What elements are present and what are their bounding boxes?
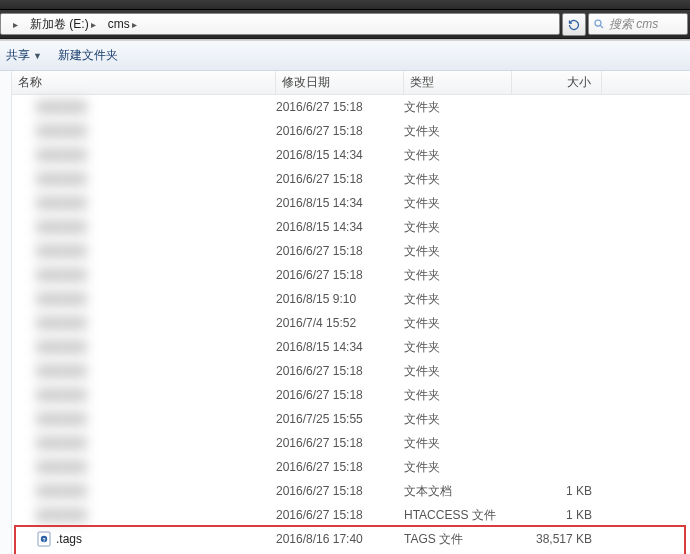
cell-name: ██████ <box>12 100 276 114</box>
cell-type: 文件夹 <box>404 219 512 236</box>
cell-date: 2016/6/27 15:18 <box>276 364 404 378</box>
file-list-area: 名称 修改日期 类型 大小 ██████2016/6/27 15:18文件夹██… <box>12 71 690 554</box>
cell-name: ██████ <box>12 292 276 306</box>
file-name-label: .tags <box>56 532 82 546</box>
cell-name: ██████ <box>12 316 276 330</box>
nav-pane-sliver <box>0 71 12 554</box>
toolbar-label: 新建文件夹 <box>58 47 118 64</box>
cell-size: 38,517 KB <box>512 532 602 546</box>
table-row[interactable]: .tags2016/8/16 17:40TAGS 文件38,517 KB <box>12 527 690 551</box>
cell-name: ██████ <box>12 364 276 378</box>
table-row[interactable]: ██████2016/7/25 15:55文件夹 <box>12 407 690 431</box>
search-input[interactable]: 搜索 cms <box>588 13 688 35</box>
cell-name: ██████ <box>12 388 276 402</box>
table-row[interactable]: ██████2016/6/27 15:18文件夹 <box>12 239 690 263</box>
cell-type: 文件夹 <box>404 435 512 452</box>
cell-type: 文件夹 <box>404 459 512 476</box>
cell-type: HTACCESS 文件 <box>404 507 512 524</box>
table-row[interactable]: ██████2016/7/4 15:52文件夹 <box>12 311 690 335</box>
table-row[interactable]: ██████2016/6/27 15:18文件夹 <box>12 119 690 143</box>
table-row[interactable]: ██████2016/6/27 15:18文件夹 <box>12 359 690 383</box>
svg-point-0 <box>595 20 601 26</box>
cell-name: ██████ <box>12 244 276 258</box>
breadcrumb-item-folder[interactable]: cms ▸ <box>102 14 143 34</box>
chevron-down-icon: ▼ <box>33 51 42 61</box>
search-placeholder: 搜索 cms <box>609 16 658 33</box>
table-row[interactable]: ██████2016/6/27 15:18文件夹 <box>12 95 690 119</box>
cell-date: 2016/6/27 15:18 <box>276 124 404 138</box>
breadcrumb[interactable]: ▸ 新加卷 (E:) ▸ cms ▸ <box>0 13 560 35</box>
table-row[interactable]: ██████2016/6/27 15:18文本文档1 KB <box>12 479 690 503</box>
table-row[interactable]: ██████2016/8/15 14:34文件夹 <box>12 335 690 359</box>
cell-name: ██████ <box>12 412 276 426</box>
table-row[interactable]: ██████2016/8/15 9:10文件夹 <box>12 287 690 311</box>
cell-date: 2016/8/15 14:34 <box>276 196 404 210</box>
cell-type: 文件夹 <box>404 195 512 212</box>
cell-date: 2016/6/27 15:18 <box>276 388 404 402</box>
cell-type: 文件夹 <box>404 387 512 404</box>
toolbar-label: 共享 <box>6 47 30 64</box>
column-header-date[interactable]: 修改日期 <box>276 71 404 94</box>
table-row[interactable]: ██████2016/6/27 15:18文件夹 <box>12 455 690 479</box>
table-row[interactable]: ██████2016/8/15 14:34文件夹 <box>12 215 690 239</box>
cell-type: 文件夹 <box>404 99 512 116</box>
table-row[interactable]: ██████2016/6/27 15:18HTACCESS 文件1 KB <box>12 503 690 527</box>
cell-name: .tags <box>12 531 276 547</box>
cell-name: ██████ <box>12 172 276 186</box>
cell-name: ██████ <box>12 220 276 234</box>
cell-type: 文件夹 <box>404 243 512 260</box>
cell-date: 2016/7/4 15:52 <box>276 316 404 330</box>
cell-name: ██████ <box>12 508 276 522</box>
table-row[interactable]: ██████2016/6/27 15:18文件夹 <box>12 263 690 287</box>
cell-date: 2016/8/16 17:40 <box>276 532 404 546</box>
table-row[interactable]: ██████2016/6/27 15:18文件夹 <box>12 431 690 455</box>
breadcrumb-item-volume[interactable]: 新加卷 (E:) ▸ <box>24 14 102 34</box>
search-icon <box>593 18 605 30</box>
cell-name: ██████ <box>12 124 276 138</box>
new-folder-button[interactable]: 新建文件夹 <box>58 47 118 64</box>
breadcrumb-label: 新加卷 (E:) <box>30 16 89 33</box>
column-header-size[interactable]: 大小 <box>512 71 602 94</box>
cell-name: ██████ <box>12 460 276 474</box>
cell-name: ██████ <box>12 340 276 354</box>
cell-date: 2016/8/15 9:10 <box>276 292 404 306</box>
cell-date: 2016/8/15 14:34 <box>276 220 404 234</box>
cell-date: 2016/6/27 15:18 <box>276 436 404 450</box>
cell-type: 文件夹 <box>404 363 512 380</box>
chevron-right-icon: ▸ <box>91 19 96 30</box>
table-row[interactable]: ██████2016/8/15 14:34文件夹 <box>12 143 690 167</box>
cell-size: 1 KB <box>512 484 602 498</box>
svg-line-1 <box>600 25 603 28</box>
unknown-file-icon <box>36 531 52 547</box>
share-button[interactable]: 共享 ▼ <box>6 47 42 64</box>
refresh-button[interactable] <box>562 13 586 36</box>
table-row[interactable]: ██████2016/6/27 15:18文件夹 <box>12 383 690 407</box>
column-header-name[interactable]: 名称 <box>12 71 276 94</box>
breadcrumb-leading-arrow[interactable]: ▸ <box>5 14 24 34</box>
cell-date: 2016/6/27 15:18 <box>276 484 404 498</box>
cell-date: 2016/7/25 15:55 <box>276 412 404 426</box>
cell-date: 2016/8/15 14:34 <box>276 148 404 162</box>
cell-name: ██████ <box>12 196 276 210</box>
cell-date: 2016/6/27 15:18 <box>276 100 404 114</box>
cell-date: 2016/6/27 15:18 <box>276 460 404 474</box>
refresh-icon <box>568 19 580 31</box>
cell-type: 文件夹 <box>404 291 512 308</box>
column-header-type[interactable]: 类型 <box>404 71 512 94</box>
cell-name: ██████ <box>12 148 276 162</box>
chevron-right-icon: ▸ <box>132 19 137 30</box>
cell-type: 文件夹 <box>404 339 512 356</box>
toolbar: 共享 ▼ 新建文件夹 <box>0 41 690 71</box>
cell-type: 文件夹 <box>404 147 512 164</box>
cell-type: 文本文档 <box>404 483 512 500</box>
cell-name: ██████ <box>12 436 276 450</box>
cell-date: 2016/8/15 14:34 <box>276 340 404 354</box>
cell-type: 文件夹 <box>404 411 512 428</box>
table-row[interactable]: ██████2016/6/27 15:18文件夹 <box>12 167 690 191</box>
cell-name: ██████ <box>12 268 276 282</box>
table-row[interactable]: ██████2016/8/15 14:34文件夹 <box>12 191 690 215</box>
cell-type: 文件夹 <box>404 171 512 188</box>
main-area: 名称 修改日期 类型 大小 ██████2016/6/27 15:18文件夹██… <box>0 71 690 554</box>
file-rows: ██████2016/6/27 15:18文件夹██████2016/6/27 … <box>12 95 690 554</box>
cell-type: TAGS 文件 <box>404 531 512 548</box>
